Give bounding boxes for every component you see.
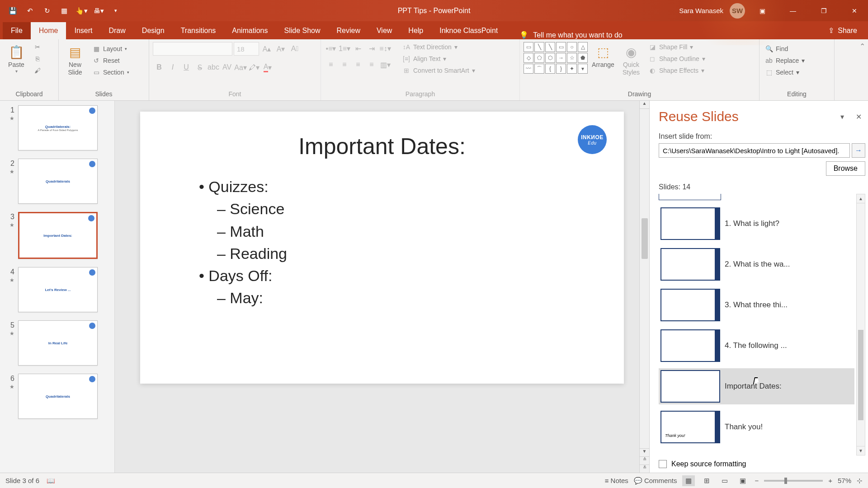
scroll-down-icon[interactable]: ▼ bbox=[857, 446, 865, 455]
layout-button[interactable]: ▦Layout ▾ bbox=[90, 44, 131, 54]
thumb-5[interactable]: 5★ In Real Life bbox=[4, 320, 111, 366]
slide-bullet[interactable]: May: bbox=[181, 287, 583, 309]
reuse-scrollbar[interactable]: ▲ ▼ bbox=[856, 194, 865, 455]
cut-button[interactable]: ✂ bbox=[32, 42, 43, 52]
zoom-level[interactable]: 57% bbox=[838, 477, 851, 484]
copy-button[interactable]: ⎘ bbox=[32, 54, 43, 64]
thumb-preview[interactable]: Important Dates: bbox=[18, 212, 98, 259]
slide-bullet[interactable]: Math bbox=[181, 221, 583, 243]
replace-button[interactable]: abReplace ▾ bbox=[763, 56, 807, 66]
go-arrow-icon[interactable]: → bbox=[852, 143, 865, 158]
decrease-font-icon[interactable]: A▾ bbox=[274, 42, 287, 55]
reuse-item[interactable]: Important Dates: bbox=[659, 368, 854, 404]
keep-formatting-row[interactable]: Keep source formatting bbox=[659, 455, 865, 468]
decrease-indent-icon[interactable]: ⇤ bbox=[352, 42, 364, 55]
align-right-icon[interactable]: ≡ bbox=[352, 58, 364, 71]
shape-outline-button[interactable]: ◻Shape Outline ▾ bbox=[646, 54, 707, 64]
columns-icon[interactable]: ▥▾ bbox=[379, 58, 392, 71]
slide-bullet[interactable]: Reading bbox=[181, 243, 583, 265]
font-name-input[interactable] bbox=[153, 42, 232, 56]
align-left-icon[interactable]: ≡ bbox=[325, 58, 337, 71]
path-input[interactable] bbox=[659, 143, 850, 158]
thumb-preview[interactable]: Let's Review ... bbox=[18, 267, 98, 312]
font-size-input[interactable] bbox=[234, 42, 259, 56]
thumb-preview[interactable]: Quadrilaterals:A Parade of Four-Sided Po… bbox=[18, 105, 98, 150]
qat-customize-icon[interactable]: ▾ bbox=[108, 4, 124, 18]
pane-close-icon[interactable]: ✕ bbox=[852, 110, 865, 123]
format-painter-button[interactable]: 🖌 bbox=[32, 66, 43, 75]
bullets-icon[interactable]: •≡▾ bbox=[325, 42, 337, 55]
find-button[interactable]: 🔍Find bbox=[763, 44, 807, 54]
tell-me-search[interactable]: 💡 Tell me what you want to do bbox=[519, 31, 622, 39]
scroll-down-icon[interactable]: ▼ bbox=[640, 448, 649, 456]
shape-fill-button[interactable]: ◪Shape Fill ▾ bbox=[646, 42, 707, 52]
fit-window-icon[interactable]: ⊹ bbox=[857, 477, 863, 485]
tab-file[interactable]: File bbox=[3, 22, 31, 39]
align-text-button[interactable]: [≡]Align Text ▾ bbox=[401, 54, 477, 64]
align-center-icon[interactable]: ≡ bbox=[338, 58, 351, 71]
minimize-icon[interactable]: — bbox=[779, 0, 807, 21]
scroll-up-icon[interactable]: ▲ bbox=[857, 194, 865, 203]
slide-bullet[interactable]: Days Off: bbox=[181, 265, 583, 287]
redo-icon[interactable]: ↻ bbox=[39, 4, 55, 18]
quick-styles-button[interactable]: ◉ Quick Styles bbox=[618, 42, 644, 76]
tab-home[interactable]: Home bbox=[31, 22, 66, 39]
select-button[interactable]: ⬚Select ▾ bbox=[763, 67, 807, 77]
normal-view-icon[interactable]: ▦ bbox=[682, 475, 695, 486]
numbering-icon[interactable]: 1≡▾ bbox=[338, 42, 351, 55]
section-button[interactable]: ▭Section ▾ bbox=[90, 67, 131, 77]
font-color-icon[interactable]: A▾ bbox=[261, 61, 274, 74]
reading-view-icon[interactable]: ▭ bbox=[718, 475, 731, 486]
thumb-6[interactable]: 6★ Quadrilaterals bbox=[4, 374, 111, 419]
share-button[interactable]: ⇪ Share bbox=[817, 22, 868, 39]
slide-thumbnails[interactable]: 1★ Quadrilaterals:A Parade of Four-Sided… bbox=[0, 101, 115, 473]
scroll-up-icon[interactable]: ▲ bbox=[640, 101, 649, 109]
underline-icon[interactable]: U bbox=[180, 61, 193, 74]
touch-mode-icon[interactable]: 👆▾ bbox=[73, 4, 90, 18]
slide-indicator[interactable]: Slide 3 of 6 bbox=[5, 477, 39, 484]
user-avatar[interactable]: SW bbox=[730, 3, 745, 19]
new-slide-button[interactable]: ▤ New Slide bbox=[62, 42, 88, 76]
keep-formatting-checkbox[interactable] bbox=[659, 460, 667, 468]
slideshow-view-icon[interactable]: ▣ bbox=[736, 475, 749, 486]
slide-body[interactable]: Quizzes:ScienceMathReadingDays Off:May: bbox=[181, 176, 583, 310]
prev-slide-icon[interactable]: ≙ bbox=[640, 456, 649, 465]
editor-scrollbar[interactable]: ▲ ▼ ≙ ≚ bbox=[639, 101, 649, 473]
start-from-beginning-icon[interactable]: ▦ bbox=[56, 4, 72, 18]
tab-animations[interactable]: Animations bbox=[224, 22, 276, 39]
tab-insert[interactable]: Insert bbox=[66, 22, 100, 39]
thumb-2[interactable]: 2★ Quadrilaterals bbox=[4, 159, 111, 204]
shapes-gallery[interactable]: ▭╲╲▭○△ ◇⬠⬡→☆⬟ 〰⌒{}✦▾ bbox=[524, 42, 588, 74]
slide-bullet[interactable]: Science bbox=[181, 198, 583, 220]
scroll-thumb[interactable] bbox=[858, 330, 863, 420]
zoom-in-icon[interactable]: + bbox=[828, 477, 832, 484]
scroll-thumb[interactable] bbox=[642, 218, 648, 259]
thumb-preview[interactable]: In Real Life bbox=[18, 320, 98, 366]
thumb-4[interactable]: 4★ Let's Review ... bbox=[4, 267, 111, 312]
zoom-slider[interactable] bbox=[764, 480, 823, 482]
undo-icon[interactable]: ↶ bbox=[22, 4, 38, 18]
reuse-item[interactable]: 4. The following ... bbox=[659, 328, 854, 364]
justify-icon[interactable]: ≡ bbox=[365, 58, 378, 71]
thumb-preview[interactable]: Quadrilaterals bbox=[18, 374, 98, 419]
tab-transitions[interactable]: Transitions bbox=[173, 22, 224, 39]
italic-icon[interactable]: I bbox=[166, 61, 179, 74]
thumb-1[interactable]: 1★ Quadrilaterals:A Parade of Four-Sided… bbox=[4, 105, 111, 150]
notes-button[interactable]: ≡ Notes bbox=[605, 477, 628, 484]
ribbon-display-icon[interactable]: ▣ bbox=[749, 0, 776, 21]
thumb-3[interactable]: 3★ Important Dates: bbox=[4, 212, 111, 259]
reset-button[interactable]: ↺Reset bbox=[90, 56, 131, 66]
close-icon[interactable]: ✕ bbox=[841, 0, 868, 21]
shape-effects-button[interactable]: ◐Shape Effects ▾ bbox=[646, 66, 707, 75]
line-spacing-icon[interactable]: ≡↕▾ bbox=[379, 42, 392, 55]
zoom-handle[interactable] bbox=[784, 478, 787, 484]
reuse-item[interactable]: Thank you! Thank you! bbox=[659, 409, 854, 445]
bold-icon[interactable]: B bbox=[153, 61, 165, 74]
slide-title[interactable]: Important Dates: bbox=[181, 133, 583, 160]
slide-editor[interactable]: INKИOE Edu Important Dates: Quizzes:Scie… bbox=[115, 101, 649, 473]
reuse-item[interactable]: 3. What three thi... bbox=[659, 287, 854, 323]
thumb-preview[interactable]: Quadrilaterals bbox=[18, 159, 98, 204]
tab-slideshow[interactable]: Slide Show bbox=[276, 22, 328, 39]
comments-button[interactable]: 💬 Comments bbox=[634, 477, 677, 485]
browse-button[interactable]: Browse bbox=[826, 161, 865, 176]
